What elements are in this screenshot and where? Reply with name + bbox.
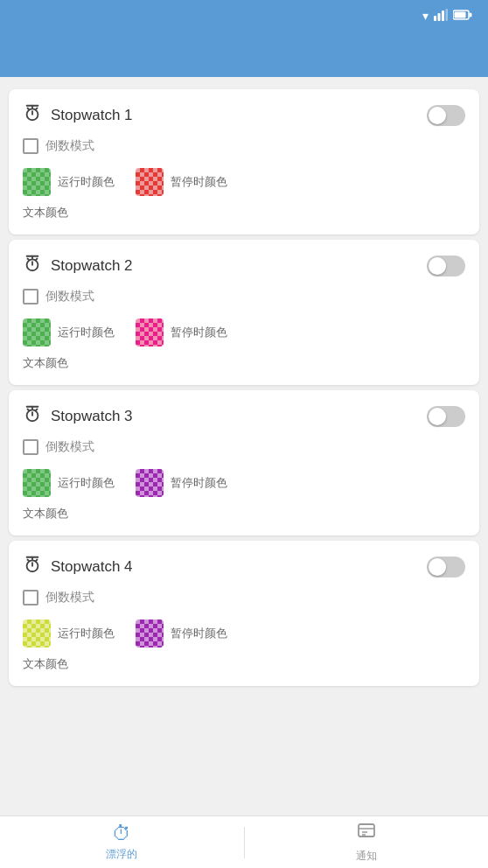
countdown-label-2: 倒数模式 — [45, 289, 94, 304]
paused-color-label-1: 暂停时颜色 — [171, 174, 227, 190]
notifications-label: 通知 — [356, 849, 377, 864]
stopwatch-icon-4 — [23, 555, 42, 579]
card-title-2: Stopwatch 2 — [51, 257, 133, 275]
paused-color-label-4: 暂停时颜色 — [171, 626, 227, 641]
running-color-label-2: 运行时颜色 — [58, 325, 115, 340]
countdown-checkbox-2[interactable] — [23, 289, 38, 304]
running-color-label-3: 运行时颜色 — [58, 475, 115, 491]
countdown-row-2: 倒数模式 — [23, 289, 465, 304]
battery-icon — [453, 9, 472, 23]
nav-item-notifications[interactable]: 通知 — [245, 816, 489, 868]
floating-label: 漂浮的 — [106, 847, 137, 862]
signal-icon — [434, 9, 448, 24]
text-color-label-1: 文本颜色 — [23, 205, 68, 220]
card-header-1: Stopwatch 1 — [23, 103, 465, 128]
toggle-3[interactable] — [427, 406, 465, 427]
svg-rect-15 — [359, 824, 374, 836]
running-color-item-4[interactable]: 运行时颜色 — [23, 620, 115, 648]
toggle-2[interactable] — [427, 256, 465, 276]
running-color-item-2[interactable]: 运行时颜色 — [23, 318, 115, 346]
status-icons: ▾ — [422, 9, 478, 24]
countdown-row-4: 倒数模式 — [23, 590, 465, 606]
svg-rect-2 — [442, 10, 444, 21]
floating-icon: ⏱ — [112, 822, 131, 845]
countdown-label-3: 倒数模式 — [45, 439, 94, 455]
paused-color-item-4[interactable]: 暂停时颜色 — [136, 620, 227, 648]
card-header-3: Stopwatch 3 — [23, 404, 465, 429]
card-title-row-2: Stopwatch 2 — [23, 254, 133, 278]
text-color-row-1[interactable]: 文本颜色 — [23, 205, 465, 220]
color-row-3: 运行时颜色 暂停时颜色 — [23, 469, 465, 497]
status-bar: ▾ — [0, 0, 488, 32]
running-color-swatch-3 — [23, 469, 51, 497]
text-color-row-2[interactable]: 文本颜色 — [23, 355, 465, 371]
countdown-checkbox-1[interactable] — [23, 138, 38, 154]
bottom-nav: ⏱ 漂浮的 通知 — [0, 816, 488, 868]
color-row-1: 运行时颜色 暂停时颜色 — [23, 168, 465, 196]
running-color-swatch-1 — [23, 168, 51, 196]
card-title-1: Stopwatch 1 — [51, 107, 133, 124]
countdown-checkbox-4[interactable] — [23, 590, 38, 606]
nav-item-floating[interactable]: ⏱ 漂浮的 — [0, 816, 244, 868]
text-color-label-3: 文本颜色 — [23, 506, 68, 522]
stopwatch-icon-1 — [23, 103, 42, 128]
stopwatch-icon-3 — [23, 404, 42, 429]
countdown-checkbox-3[interactable] — [23, 439, 38, 455]
toggle-1[interactable] — [427, 105, 465, 126]
paused-color-swatch-1 — [136, 168, 164, 196]
paused-color-item-1[interactable]: 暂停时颜色 — [136, 168, 227, 196]
paused-color-swatch-2 — [136, 318, 164, 346]
wifi-icon: ▾ — [422, 9, 429, 23]
countdown-row-1: 倒数模式 — [23, 138, 465, 154]
running-color-item-1[interactable]: 运行时颜色 — [23, 168, 115, 196]
svg-rect-5 — [455, 12, 466, 18]
running-color-swatch-2 — [23, 318, 51, 346]
countdown-label-1: 倒数模式 — [45, 138, 94, 154]
stopwatch-card-1: Stopwatch 1 倒数模式 运行时颜色 暂停时颜色 文本颜色 — [9, 89, 479, 234]
running-color-swatch-4 — [23, 620, 51, 648]
running-color-label-1: 运行时颜色 — [58, 174, 115, 190]
svg-rect-3 — [446, 9, 449, 21]
text-color-label-2: 文本颜色 — [23, 355, 68, 371]
stopwatch-icon-2 — [23, 254, 42, 278]
card-title-row-3: Stopwatch 3 — [23, 404, 133, 429]
text-color-label-4: 文本颜色 — [23, 656, 68, 672]
paused-color-label-2: 暂停时颜色 — [171, 325, 227, 340]
running-color-item-3[interactable]: 运行时颜色 — [23, 469, 115, 497]
toggle-4[interactable] — [427, 556, 465, 578]
stopwatch-card-4: Stopwatch 4 倒数模式 运行时颜色 暂停时颜色 文本颜色 — [9, 541, 479, 686]
paused-color-label-3: 暂停时颜色 — [171, 475, 227, 491]
app-bar — [0, 32, 488, 77]
card-title-row-4: Stopwatch 4 — [23, 555, 133, 579]
countdown-label-4: 倒数模式 — [45, 590, 94, 606]
svg-rect-6 — [470, 13, 472, 18]
paused-color-swatch-4 — [136, 620, 164, 648]
notifications-icon — [356, 821, 377, 847]
card-header-2: Stopwatch 2 — [23, 254, 465, 278]
paused-color-swatch-3 — [136, 469, 164, 497]
stopwatch-card-2: Stopwatch 2 倒数模式 运行时颜色 暂停时颜色 文本颜色 — [9, 240, 479, 385]
countdown-row-3: 倒数模式 — [23, 439, 465, 455]
svg-rect-1 — [438, 13, 441, 21]
card-header-4: Stopwatch 4 — [23, 555, 465, 579]
text-color-row-3[interactable]: 文本颜色 — [23, 506, 465, 522]
paused-color-item-2[interactable]: 暂停时颜色 — [136, 318, 227, 346]
main-content: Stopwatch 1 倒数模式 运行时颜色 暂停时颜色 文本颜色 — [0, 77, 488, 816]
card-title-row-1: Stopwatch 1 — [23, 103, 133, 128]
running-color-label-4: 运行时颜色 — [58, 626, 115, 641]
text-color-row-4[interactable]: 文本颜色 — [23, 656, 465, 672]
color-row-4: 运行时颜色 暂停时颜色 — [23, 620, 465, 648]
color-row-2: 运行时颜色 暂停时颜色 — [23, 318, 465, 346]
paused-color-item-3[interactable]: 暂停时颜色 — [136, 469, 227, 497]
card-title-3: Stopwatch 3 — [51, 408, 133, 425]
card-title-4: Stopwatch 4 — [51, 558, 133, 576]
svg-rect-0 — [434, 16, 436, 21]
stopwatch-card-3: Stopwatch 3 倒数模式 运行时颜色 暂停时颜色 文本颜色 — [9, 390, 479, 536]
